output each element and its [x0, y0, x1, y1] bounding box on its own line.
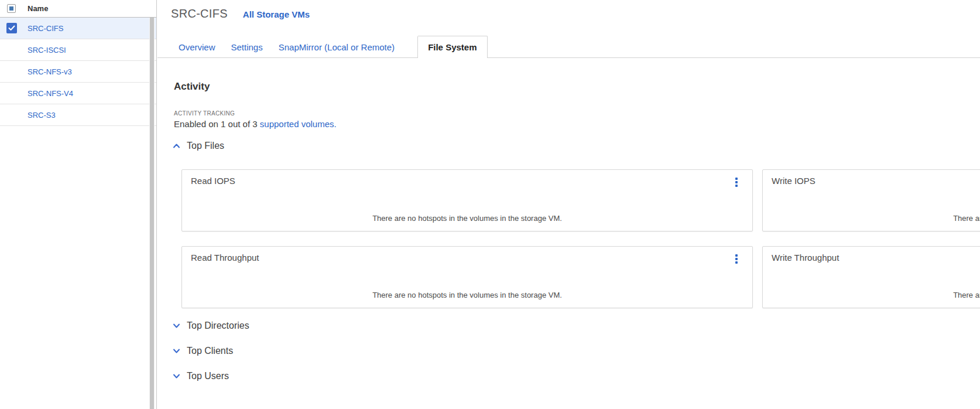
tracking-status-text: Enabled on 1 out of 3	[174, 119, 260, 129]
kebab-menu-icon[interactable]	[732, 254, 741, 264]
storage-vm-row-src-cifs[interactable]: SRC-CIFS	[0, 18, 156, 39]
storage-vm-link[interactable]: SRC-NFS-v3	[28, 67, 72, 76]
section-label: Top Users	[187, 371, 229, 381]
tab-file-system-label: File System	[428, 42, 477, 52]
tab-snapmirror[interactable]: SnapMirror (Local or Remote)	[279, 42, 395, 52]
tab-settings[interactable]: Settings	[231, 42, 263, 52]
write-iops-card: Write IOPS There are no hotspots in the …	[762, 169, 980, 231]
storage-vm-link[interactable]: SRC-CIFS	[28, 24, 63, 33]
section-toggle-top-directories[interactable]: Top Directories	[173, 321, 249, 331]
storage-vm-link[interactable]: SRC-NFS-V4	[28, 89, 73, 98]
supported-volumes-link[interactable]: supported volumes.	[260, 119, 337, 129]
chevron-down-icon	[173, 323, 180, 329]
tabbar: Overview Settings SnapMirror (Local or R…	[157, 36, 980, 58]
page-title: SRC-CIFS	[171, 7, 228, 21]
storage-vm-sidebar: Name SRC-CIFS SRC-ISCSI SRC-NFS-v3 SRC-N…	[0, 0, 157, 409]
tab-file-system[interactable]: File System	[417, 36, 487, 58]
section-toggle-top-clients[interactable]: Top Clients	[173, 346, 233, 356]
activity-tracking-label: ACTIVITY TRACKING	[174, 110, 235, 117]
no-hotspots-message: There are no hotspots in the volumes in …	[182, 214, 752, 223]
read-throughput-card: Read Throughput There are no hotspots in…	[181, 246, 753, 308]
sidebar-table-header: Name	[0, 0, 156, 18]
card-title: Write Throughput	[772, 253, 839, 263]
row-checkbox[interactable]	[6, 23, 17, 33]
storage-vm-link[interactable]: SRC-S3	[28, 111, 56, 120]
top-files-cards-row-2: Read Throughput There are no hotspots in…	[181, 246, 980, 308]
storage-vm-row-src-nfs-v3[interactable]: SRC-NFS-v3	[0, 61, 156, 83]
storage-vm-row-src-nfs-v4[interactable]: SRC-NFS-V4	[0, 83, 156, 104]
write-throughput-card: Write Throughput There are no hotspots i…	[762, 246, 980, 308]
indeterminate-checkbox-icon	[9, 6, 13, 11]
chevron-down-icon	[173, 348, 180, 354]
no-hotspots-message: There are no hotspots in the volumes in …	[763, 291, 980, 299]
card-title: Read Throughput	[191, 253, 259, 263]
card-title: Write IOPS	[772, 176, 815, 186]
sidebar-scrollbar[interactable]	[149, 18, 155, 409]
activity-heading: Activity	[174, 81, 210, 93]
select-all-checkbox[interactable]	[7, 4, 16, 13]
section-toggle-top-files[interactable]: Top Files	[173, 141, 224, 151]
card-title: Read IOPS	[191, 176, 235, 186]
storage-vm-row-src-iscsi[interactable]: SRC-ISCSI	[0, 39, 156, 61]
storage-vm-row-src-s3[interactable]: SRC-S3	[0, 104, 156, 126]
kebab-menu-icon[interactable]	[732, 177, 741, 188]
page-header: SRC-CIFS All Storage VMs	[171, 7, 310, 21]
storage-vm-link[interactable]: SRC-ISCSI	[28, 46, 66, 54]
tab-overview[interactable]: Overview	[179, 42, 215, 52]
checkmark-icon	[8, 25, 15, 31]
read-iops-card: Read IOPS There are no hotspots in the v…	[181, 169, 753, 231]
activity-tracking-status: Enabled on 1 out of 3 supported volumes.	[174, 119, 337, 129]
section-label: Top Directories	[187, 321, 249, 331]
scrollbar-thumb[interactable]	[150, 18, 154, 409]
no-hotspots-message: There are no hotspots in the volumes in …	[182, 291, 752, 299]
name-column-header: Name	[28, 4, 48, 13]
storage-vm-detail-pane: SRC-CIFS All Storage VMs Overview Settin…	[157, 0, 980, 409]
chevron-down-icon	[173, 373, 180, 379]
chevron-up-icon	[173, 143, 180, 149]
all-storage-vms-link[interactable]: All Storage VMs	[243, 9, 310, 19]
no-hotspots-message: There are no hotspots in the volumes in …	[763, 214, 980, 223]
top-files-cards-row-1: Read IOPS There are no hotspots in the v…	[181, 169, 980, 231]
section-label: Top Clients	[187, 346, 233, 356]
section-toggle-top-users[interactable]: Top Users	[173, 371, 229, 381]
section-label: Top Files	[187, 141, 224, 151]
